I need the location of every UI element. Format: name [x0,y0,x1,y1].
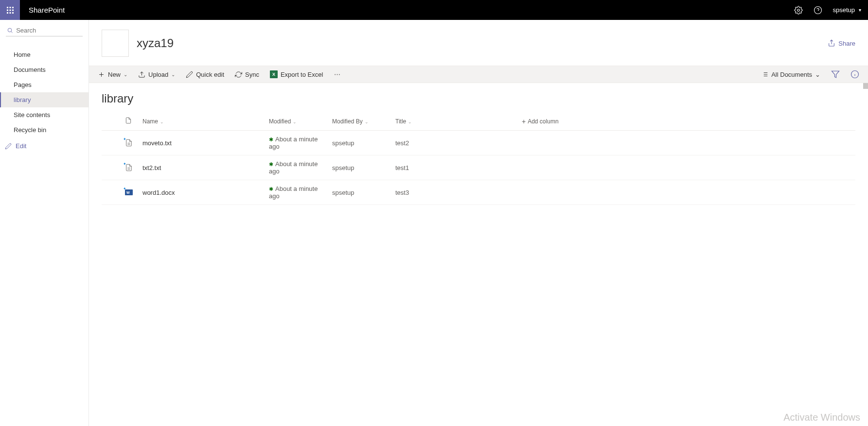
col-modified[interactable]: Modified⌄ [265,112,328,131]
svg-rect-2 [12,7,14,8]
file-icon [125,117,132,124]
pencil-icon [186,71,193,78]
modified-by-cell[interactable]: spsetup [328,180,391,205]
chevron-down-icon: ⌄ [815,71,820,78]
title-cell: test2 [391,131,518,155]
recent-icon: ✱ [269,186,273,192]
svg-marker-27 [832,71,839,78]
filter-icon [831,70,840,79]
site-header: xyza19 Share [89,20,868,66]
col-type[interactable] [121,112,139,131]
content-area: library Name⌄ Modified⌄ Modified By⌄ Tit… [89,83,868,426]
filter-button[interactable] [831,70,840,79]
modified-cell: ✱About a minute ago [265,180,328,205]
user-menu[interactable]: spsetup ▾ [828,6,868,14]
recent-icon: ✱ [269,136,273,142]
chevron-down-icon: ⌄ [171,72,175,77]
svg-rect-0 [7,7,8,8]
more-icon [334,71,341,78]
help-icon [814,6,822,15]
file-name[interactable]: word1.docx [142,189,175,196]
site-logo[interactable] [102,30,129,57]
svg-line-13 [11,32,12,33]
search-input[interactable] [16,27,82,34]
table-row[interactable]: ✦txt2.txt✱About a minute agospsetuptest1 [102,155,855,180]
search-icon [7,27,13,34]
cmd-sync[interactable]: Sync [235,71,259,78]
help-button[interactable] [808,0,828,20]
new-badge-icon: ✦ [123,187,126,191]
list-icon [762,71,768,78]
word-file-icon: ✦W [125,188,133,196]
share-label: Share [838,40,855,47]
col-title[interactable]: Title⌄ [391,112,518,131]
brand-label[interactable]: SharePoint [20,6,73,14]
nav-pages[interactable]: Pages [0,77,89,92]
svg-text:W: W [126,191,130,194]
library-title: library [102,92,855,105]
chevron-down-icon: ⌄ [124,72,127,77]
modified-cell: ✱About a minute ago [265,155,328,180]
scroll-indicator[interactable] [863,83,868,89]
cmd-more[interactable] [334,71,341,78]
col-modified-by[interactable]: Modified By⌄ [328,112,391,131]
text-file-icon: ✦ [125,164,133,171]
table-row[interactable]: ✦Wword1.docx✱About a minute agospsetupte… [102,180,855,205]
svg-rect-6 [7,12,8,14]
nav-edit[interactable]: Edit [0,137,89,154]
waffle-icon [6,6,14,14]
cmd-export-excel[interactable]: X Export to Excel [270,70,323,78]
command-bar: New ⌄ Upload ⌄ Quick edit Sync X Export … [89,66,868,83]
app-launcher[interactable] [0,0,20,20]
nav-documents[interactable]: Documents [0,62,89,77]
site-title[interactable]: xyza19 [137,36,174,50]
suite-bar: SharePoint spsetup ▾ [0,0,868,20]
cmd-quickedit-label: Quick edit [196,71,224,78]
view-selector[interactable]: All Documents ⌄ [762,71,820,78]
col-name[interactable]: Name⌄ [139,112,265,131]
col-add[interactable]: +Add column [518,112,855,131]
info-icon [850,70,859,79]
plus-icon [98,71,105,78]
col-select[interactable] [102,112,121,131]
svg-rect-8 [12,12,14,14]
table-row[interactable]: ✦moveto.txt✱About a minute agospsetuptes… [102,131,855,155]
svg-rect-1 [9,7,11,8]
svg-point-10 [815,6,822,14]
settings-button[interactable] [789,0,808,20]
svg-rect-3 [7,9,8,11]
share-icon [828,39,835,47]
cmd-new-label: New [108,71,121,78]
file-table: Name⌄ Modified⌄ Modified By⌄ Title⌄ +Add… [102,112,855,205]
text-file-icon: ✦ [125,139,133,147]
nav-edit-label: Edit [16,142,26,150]
svg-point-9 [797,9,800,11]
cmd-new[interactable]: New ⌄ [98,71,127,78]
file-name[interactable]: moveto.txt [142,139,172,147]
gear-icon [794,6,803,15]
nav-home[interactable]: Home [0,47,89,62]
title-cell: test3 [391,180,518,205]
svg-point-19 [337,74,338,75]
info-button[interactable] [850,70,859,79]
cmd-export-label: Export to Excel [281,71,323,78]
recent-icon: ✱ [269,161,273,167]
cmd-upload-label: Upload [148,71,168,78]
search-box[interactable] [6,25,83,36]
share-button[interactable]: Share [828,39,855,47]
file-name[interactable]: txt2.txt [142,164,161,171]
nav-library[interactable]: library [0,92,89,107]
svg-rect-4 [9,9,11,11]
caret-down-icon: ▾ [859,7,861,13]
nav-recycle-bin[interactable]: Recycle bin [0,122,89,137]
nav-site-contents[interactable]: Site contents [0,107,89,122]
cmd-sync-label: Sync [245,71,259,78]
svg-point-20 [339,74,340,75]
modified-by-cell[interactable]: spsetup [328,131,391,155]
cmd-upload[interactable]: Upload ⌄ [138,71,175,78]
modified-by-cell[interactable]: spsetup [328,155,391,180]
user-name: spsetup [833,6,855,14]
upload-icon [138,71,145,78]
cmd-quick-edit[interactable]: Quick edit [186,71,224,78]
new-badge-icon: ✦ [123,162,126,166]
